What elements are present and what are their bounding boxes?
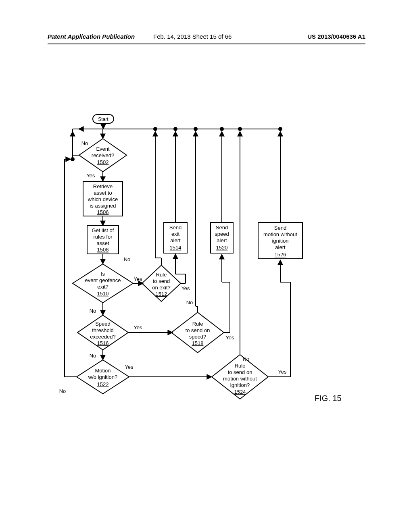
p1520-l1: Send [216,224,228,231]
decision-1502: Event received? 1502 No Yes [73,139,127,181]
d1524-l3: motion without [223,376,257,382]
d1522-ref: 1522 [97,381,109,387]
d1516-l3: exceeded? [90,334,116,340]
p1514-l3: alert [170,237,181,243]
process-1514: Send exit alert 1514 [164,131,187,253]
svg-point-6 [238,127,242,131]
d1518-l3: speed? [189,334,206,340]
d1510-yes-label: Yes [133,276,142,282]
d1518-ref: 1518 [192,340,204,346]
start-terminal: Start [93,114,114,129]
d1522-no-label: No [59,388,66,394]
figure-label: FIG. 15 [315,394,342,403]
p1520-ref: 1520 [216,245,228,251]
svg-point-7 [278,127,282,131]
start-label: Start [98,116,108,122]
d1524-l2: to send on [228,369,252,375]
d1512-yes-label: Yes [181,285,190,291]
d1516-no-label: No [90,353,96,359]
d1512-no-label: No [124,256,131,262]
d1518-yes-label: Yes [225,335,234,341]
p1508-l2: rules for [94,234,113,240]
d1512-l3: on exit? [152,285,171,291]
p1520-l3: alert [217,237,227,243]
p1508-l1: Get list of [92,227,114,233]
p1526-l1: Send [274,225,286,231]
d1522-yes-label: Yes [125,364,133,370]
d1512-ref: 1512 [156,291,167,297]
d1516-ref: 1516 [97,340,109,346]
d1524-no-label: No [243,356,250,362]
svg-point-2 [153,127,157,131]
d1524-yes-label: Yes [278,369,287,375]
decision-1516: Speed threshold exceeded? 1516 Yes No [77,315,173,360]
d1524-l4: ignition? [230,382,250,388]
p1506-l3: which device [88,196,118,202]
d1512-l1: Rule [156,272,167,278]
process-1508: Get list of rules for asset 1508 [87,226,119,264]
d1510-l1: Is [101,271,105,277]
decision-1524: Rule to send on motion without ignition?… [212,131,290,399]
p1526-l2: motion without [263,231,297,237]
d1522-l1: Motion [95,368,111,374]
d1512-l2: to send [153,278,170,284]
flowchart-svg: Start Event received? 1502 No Yes [0,0,413,532]
d1524-l1: Rule [235,363,246,369]
p1506-l4: is assigned [90,203,116,209]
svg-point-3 [173,127,177,131]
p1508-l3: asset [96,240,109,246]
d1518-l2: to send on [186,327,210,333]
p1526-ref: 1526 [275,251,286,258]
d1516-l1: Speed [95,321,111,327]
p1506-l1: Retrieve [93,183,113,189]
d1502-yes-label: Yes [86,172,95,179]
d1510-no-label: No [90,308,96,314]
page-container: Patent Application Publication Feb. 14, … [0,0,413,532]
process-1520: Send speed alert 1520 [211,131,233,253]
p1514-l1: Send [169,224,181,231]
p1514-l2: exit [171,231,180,237]
d1524-ref: 1524 [234,389,246,395]
d1510-l3: exit? [97,284,108,290]
process-1526: Send motion without ignition alert 1526 [258,131,302,259]
svg-point-4 [194,127,198,131]
p1506-l2: asset to [94,190,112,196]
d1516-l2: threshold [92,327,113,333]
d1502-l1: Event [96,146,110,152]
d1502-l2: received? [92,152,114,158]
svg-marker-23 [73,264,133,303]
decision-1510: Is event geofence exit? 1510 Yes No [73,264,143,315]
p1526-l4: alert [275,244,286,250]
p1514-ref: 1514 [170,245,181,251]
p1520-l2: speed [215,231,229,237]
process-1506: Retrieve asset to which device is assign… [83,181,123,226]
d1516-yes-label: Yes [133,324,142,330]
bus-line [79,127,282,139]
p1508-ref: 1508 [97,247,109,253]
p1506-ref: 1506 [97,209,109,215]
d1502-ref: 1502 [97,159,109,165]
d1510-l2: event geofence [85,277,121,283]
p1526-l3: ignition [272,238,288,244]
d1510-ref: 1510 [97,291,109,297]
d1522-l2: w/o ignition? [88,374,117,380]
d1518-no-label: No [186,299,193,305]
d1502-no-label: No [81,140,88,146]
svg-point-5 [220,127,224,131]
d1518-l1: Rule [192,321,203,327]
